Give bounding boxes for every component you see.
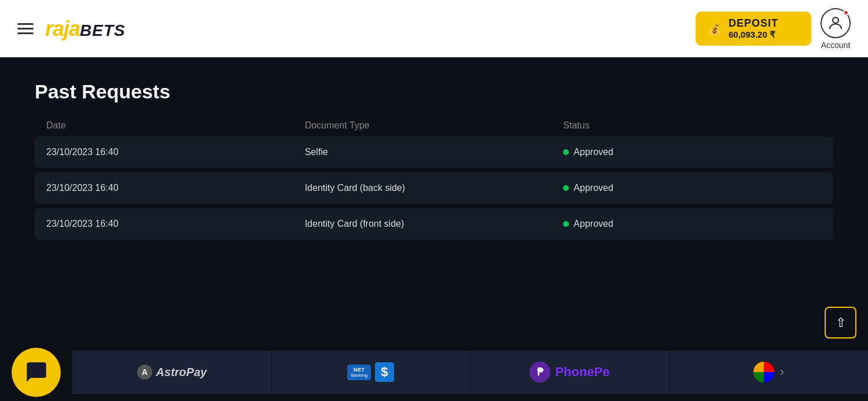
more-arrow-icon: › [780,365,784,380]
payment-more[interactable]: › [670,351,868,394]
banking-label: Banking [351,373,367,378]
table-header: Date Document Type Status [35,120,833,131]
table-row: 23/10/2023 16:40 Identity Card (back sid… [35,172,833,204]
deposit-amount: 60,093.20 ₹ [729,30,775,40]
col-status: Status [563,120,822,131]
status-dot [563,149,569,155]
svg-text:A: A [142,367,148,377]
cell-date: 23/10/2023 16:40 [46,183,305,193]
status-dot [563,185,569,191]
chevron-up-icon: ⇧ [836,315,846,330]
payment-netbanking[interactable]: NET Banking $ [271,351,470,394]
main-content: Past Requests Date Document Type Status … [0,57,868,240]
deposit-label: DEPOSIT [729,17,778,30]
net-label: NET [354,367,365,373]
chat-button[interactable] [12,348,61,397]
phonepe-icon: ₱ [529,362,550,382]
status-dot [563,221,569,227]
header: rajaBETS 💰 DEPOSIT 60,093.20 ₹ Account [0,0,868,57]
status-text: Approved [573,183,613,193]
cell-status: Approved [563,183,822,193]
table-row: 23/10/2023 16:40 Identity Card (front si… [35,208,833,240]
phonepe-logo: ₱ PhonePe [529,362,609,382]
table-row: 23/10/2023 16:40 Selfie Approved [35,137,833,168]
netbanking-logo: NET Banking $ [347,362,393,382]
netbanking-badge: NET Banking [347,365,371,380]
astropay-label: AstroPay [156,366,207,379]
payment-astropay[interactable]: A AstroPay [72,351,271,394]
deposit-icon: 💰 [707,21,723,36]
deposit-text: DEPOSIT 60,093.20 ₹ [729,17,778,40]
col-document-type: Document Type [305,120,564,131]
astropay-icon: A [137,364,153,380]
more-colors-icon [753,362,774,382]
cell-status: Approved [563,147,822,157]
header-left: rajaBETS [17,17,126,41]
col-date: Date [46,120,305,131]
logo-bets: BETS [80,21,126,40]
cell-date: 23/10/2023 16:40 [46,147,305,157]
account-label: Account [821,41,851,50]
hamburger-menu[interactable] [17,23,34,34]
cell-date: 23/10/2023 16:40 [46,219,305,229]
footer: A AstroPay NET Banking $ ₱ PhonePe [0,343,868,401]
deposit-button[interactable]: 💰 DEPOSIT 60,093.20 ₹ [696,12,811,46]
header-right: 💰 DEPOSIT 60,093.20 ₹ Account [696,8,851,50]
payment-phonepe[interactable]: ₱ PhonePe [470,351,670,394]
logo-raja: raja [45,17,80,41]
phonepe-label: PhonePe [555,365,609,380]
cell-document-type: Identity Card (back side) [305,183,564,193]
scroll-to-top-button[interactable]: ⇧ [825,307,856,339]
account-button[interactable]: Account [821,8,851,50]
page-title: Past Requests [35,80,833,103]
chat-icon [25,360,48,384]
cell-document-type: Selfie [305,147,564,157]
astropay-logo: A AstroPay [137,364,207,380]
status-text: Approved [573,219,613,229]
dollar-badge: $ [375,362,393,382]
cell-document-type: Identity Card (front side) [305,219,564,229]
svg-point-0 [833,17,838,23]
logo: rajaBETS [45,17,126,41]
account-notification-dot [843,10,849,16]
payment-strip: A AstroPay NET Banking $ ₱ PhonePe [72,351,868,394]
cell-status: Approved [563,219,822,229]
status-text: Approved [573,147,613,157]
account-icon [821,8,851,38]
